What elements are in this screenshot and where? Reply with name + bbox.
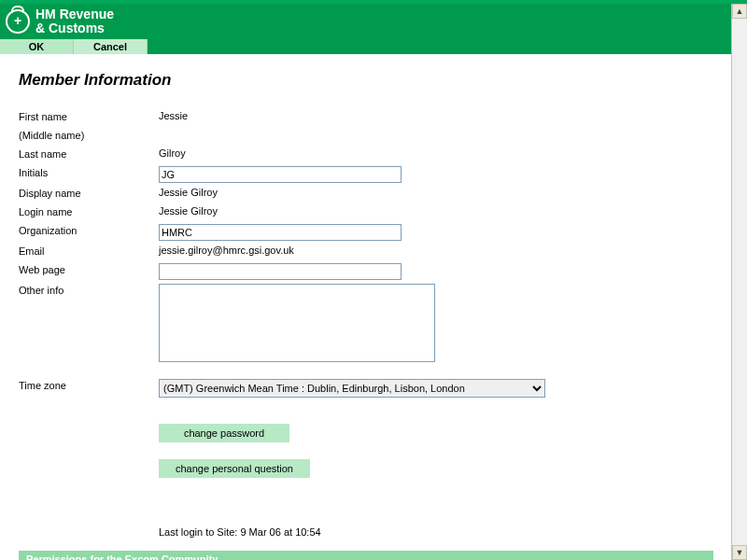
brand-line1: HM Revenue bbox=[35, 7, 114, 21]
change-personal-question-button[interactable]: change personal question bbox=[159, 459, 310, 478]
change-password-button[interactable]: change password bbox=[159, 424, 289, 442]
ok-button[interactable]: OK bbox=[0, 39, 74, 54]
web-page-input[interactable] bbox=[159, 263, 402, 280]
organization-input[interactable] bbox=[159, 224, 402, 241]
scroll-down-icon[interactable]: ▼ bbox=[732, 545, 747, 560]
label-time-zone: Time zone bbox=[19, 379, 159, 391]
scroll-up-icon[interactable]: ▲ bbox=[732, 4, 747, 19]
label-initials: Initials bbox=[19, 166, 159, 178]
app-viewport: HM Revenue & Customs OK Cancel Member In… bbox=[0, 0, 747, 560]
crown-crest-icon bbox=[6, 9, 30, 34]
brand-line2: & Customs bbox=[35, 21, 114, 35]
value-email: jessie.gilroy@hmrc.gsi.gov.uk bbox=[159, 245, 713, 256]
value-first-name: Jessie bbox=[159, 110, 713, 121]
label-login-name: Login name bbox=[19, 205, 159, 217]
value-last-name: Gilroy bbox=[159, 147, 713, 159]
vertical-scrollbar[interactable]: ▲ ▼ bbox=[731, 4, 747, 560]
cancel-button[interactable]: Cancel bbox=[74, 39, 148, 54]
initials-input[interactable] bbox=[159, 166, 402, 183]
other-info-textarea[interactable] bbox=[159, 284, 435, 362]
label-last-name: Last name bbox=[19, 147, 159, 160]
time-zone-select[interactable]: (GMT) Greenwich Mean Time : Dublin, Edin… bbox=[159, 379, 545, 398]
label-web-page: Web page bbox=[19, 263, 159, 275]
label-email: Email bbox=[19, 245, 159, 257]
page-title: Member Information bbox=[19, 71, 713, 90]
brand-text: HM Revenue & Customs bbox=[35, 7, 114, 35]
label-other-info: Other info bbox=[19, 284, 159, 296]
value-display-name: Jessie Gilroy bbox=[159, 187, 713, 198]
scroll-track[interactable] bbox=[732, 19, 747, 545]
label-middle-name: (Middle name) bbox=[19, 129, 159, 141]
label-organization: Organization bbox=[19, 224, 159, 236]
label-display-name: Display name bbox=[19, 187, 159, 199]
permissions-section-header: Permissions for the Excom Community bbox=[19, 551, 713, 560]
value-login-name: Jessie Gilroy bbox=[159, 205, 713, 217]
label-first-name: First name bbox=[19, 110, 159, 122]
header: HM Revenue & Customs bbox=[0, 4, 732, 39]
brand-logo: HM Revenue & Customs bbox=[6, 7, 114, 35]
last-login-text: Last login to Site: 9 Mar 06 at 10:54 bbox=[159, 526, 713, 538]
action-bar: OK Cancel bbox=[0, 39, 732, 54]
content-area: Member Information First name Jessie (Mi… bbox=[0, 54, 732, 560]
